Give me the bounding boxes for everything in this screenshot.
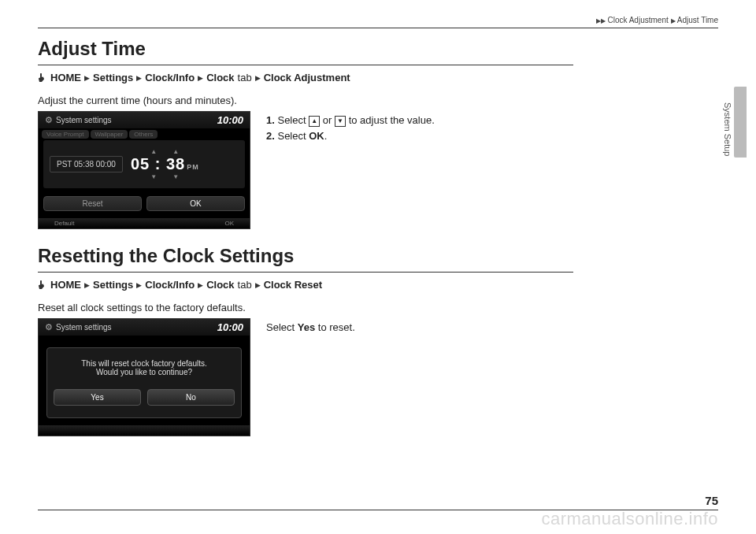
chevron-right-icon: ▶ bbox=[601, 17, 606, 24]
touch-icon bbox=[38, 280, 47, 291]
step-text: or bbox=[320, 114, 335, 126]
step-yes: Yes bbox=[298, 321, 315, 333]
steps-adjust-time: 1. Select ▲ or ▼ to adjust the value. 2.… bbox=[266, 111, 435, 145]
side-tab bbox=[734, 87, 747, 158]
up-key-icon: ▲ bbox=[309, 116, 320, 127]
divider bbox=[38, 28, 718, 28]
nav-home: HOME bbox=[50, 279, 81, 291]
step-1: 1. Select ▲ or ▼ to adjust the value. bbox=[266, 114, 435, 127]
nav-tab-word: tab bbox=[238, 72, 252, 83]
nav-settings: Settings bbox=[93, 279, 133, 291]
nav-home: HOME bbox=[50, 72, 81, 83]
ss-pst-box: PST 05:38 00:00 bbox=[50, 156, 123, 172]
ss-header-label: System settings bbox=[56, 116, 112, 124]
ss-footer-left: Default bbox=[54, 220, 74, 227]
triangle-down-icon: ▼ bbox=[150, 173, 157, 180]
nav-clockinfo: Clock/Info bbox=[145, 279, 195, 291]
nav-clock-adjustment: Clock Adjustment bbox=[264, 72, 350, 83]
touch-icon bbox=[38, 72, 47, 83]
step-2: 2. Select OK. bbox=[266, 130, 435, 142]
divider bbox=[38, 272, 573, 273]
nav-path-adjust-time: HOME ▶ Settings ▶ Clock/Info ▶ Clock tab… bbox=[38, 72, 718, 83]
ss-reset-button: Reset bbox=[43, 196, 142, 211]
steps-reset-clock: Select Yes to reset. bbox=[266, 318, 355, 336]
ss-header-clock: 10:00 bbox=[217, 321, 243, 333]
breadcrumb: ▶▶ Clock Adjustment ▶ Adjust Time bbox=[38, 16, 718, 24]
down-key-icon: ▼ bbox=[335, 116, 346, 127]
chevron-right-icon: ▶ bbox=[255, 281, 261, 289]
content-row-2: ⚙System settings 10:00 This will reset c… bbox=[38, 318, 718, 436]
ss-header: ⚙System settings 10:00 bbox=[39, 319, 250, 336]
section-title-reset-clock: Resetting the Clock Settings bbox=[38, 245, 718, 267]
ss-down-arrows: ▼▼ bbox=[131, 173, 199, 180]
chevron-right-icon: ▶ bbox=[255, 74, 261, 82]
ss-footer-right: OK bbox=[224, 220, 234, 227]
breadcrumb-item: Adjust Time bbox=[677, 16, 718, 24]
section2-description: Reset all clock settings to the factory … bbox=[38, 302, 718, 313]
ss-yes-button: Yes bbox=[54, 389, 141, 406]
ss-bottom-buttons: Reset OK bbox=[43, 196, 245, 211]
page: ▶▶ Clock Adjustment ▶ Adjust Time Adjust… bbox=[0, 0, 756, 534]
chevron-right-icon: ▶ bbox=[136, 74, 142, 82]
step-text: to adjust the value. bbox=[346, 114, 435, 126]
ss-no-button: No bbox=[147, 389, 235, 406]
chevron-right-icon: ▶ bbox=[671, 17, 676, 24]
ss-tabs: Voice Prompt Wallpaper Others bbox=[39, 128, 250, 140]
chevron-right-icon: ▶ bbox=[198, 74, 203, 82]
step-ok: OK bbox=[309, 130, 324, 142]
ss-header-label: System settings bbox=[56, 323, 112, 332]
screenshot-reset-clock: ⚙System settings 10:00 This will reset c… bbox=[38, 318, 250, 436]
breadcrumb-item: Clock Adjustment bbox=[607, 16, 668, 24]
side-label: System Setup bbox=[723, 102, 732, 156]
ss-pm: PM bbox=[187, 163, 199, 171]
step-text: Select bbox=[277, 114, 309, 126]
step-text: to reset. bbox=[315, 321, 355, 333]
ss-footer bbox=[39, 425, 250, 436]
step-number: 1. bbox=[266, 114, 275, 126]
gear-icon: ⚙ bbox=[45, 115, 53, 124]
ss-tab: Voice Prompt bbox=[42, 130, 89, 139]
chevron-right-icon: ▶ bbox=[84, 74, 90, 82]
ss-tab: Others bbox=[129, 130, 158, 139]
watermark: carmanualsonline.info bbox=[541, 509, 718, 529]
ss-footer: Default OK bbox=[39, 218, 250, 228]
nav-settings: Settings bbox=[93, 72, 133, 83]
step-text: Select bbox=[266, 321, 298, 333]
ss-tab: Wallpaper bbox=[91, 130, 128, 139]
ss-dialog-buttons: Yes No bbox=[54, 389, 235, 406]
triangle-down-icon: ▼ bbox=[172, 173, 179, 180]
ss-dialog-line2: Would you like to continue? bbox=[54, 368, 235, 376]
ss-time-value: 05 : 38 bbox=[131, 155, 185, 172]
step-reset: Select Yes to reset. bbox=[266, 321, 355, 333]
gear-icon: ⚙ bbox=[45, 322, 53, 332]
step-number: 2. bbox=[266, 130, 275, 142]
chevron-right-icon: ▶ bbox=[136, 281, 142, 289]
nav-clock: Clock bbox=[206, 72, 234, 83]
ss-dialog: This will reset clock factory defaults. … bbox=[46, 347, 242, 418]
nav-tab-word: tab bbox=[238, 279, 252, 291]
nav-clock: Clock bbox=[206, 279, 234, 291]
ss-header-clock: 10:00 bbox=[217, 114, 243, 126]
nav-path-reset-clock: HOME ▶ Settings ▶ Clock/Info ▶ Clock tab… bbox=[38, 279, 718, 291]
ss-footer-blank bbox=[232, 427, 234, 434]
divider bbox=[38, 65, 573, 65]
content-row-1: ⚙System settings 10:00 Voice Prompt Wall… bbox=[38, 111, 718, 229]
ss-timebox: ▲▲ 05 : 38PM ▼▼ bbox=[131, 148, 199, 180]
step-text: . bbox=[324, 130, 328, 142]
ss-header: ⚙System settings 10:00 bbox=[39, 112, 250, 128]
chevron-right-icon: ▶ bbox=[198, 281, 203, 289]
ss-footer-blank bbox=[54, 427, 56, 434]
ss-dialog-line1: This will reset clock factory defaults. bbox=[54, 359, 235, 368]
ss-up-arrows: ▲▲ bbox=[131, 148, 199, 155]
section1-description: Adjust the current time (hours and minut… bbox=[38, 95, 718, 106]
chevron-right-icon: ▶ bbox=[84, 281, 90, 289]
ss-time: 05 : 38PM bbox=[131, 155, 199, 173]
ss-ok-button: OK bbox=[146, 196, 245, 211]
section-title-adjust-time: Adjust Time bbox=[38, 38, 718, 60]
nav-clockinfo: Clock/Info bbox=[145, 72, 195, 83]
step-text: Select bbox=[277, 130, 309, 142]
page-number: 75 bbox=[705, 494, 718, 507]
triangle-up-icon: ▲ bbox=[150, 148, 157, 155]
triangle-up-icon: ▲ bbox=[172, 148, 179, 155]
screenshot-adjust-time: ⚙System settings 10:00 Voice Prompt Wall… bbox=[38, 111, 250, 229]
